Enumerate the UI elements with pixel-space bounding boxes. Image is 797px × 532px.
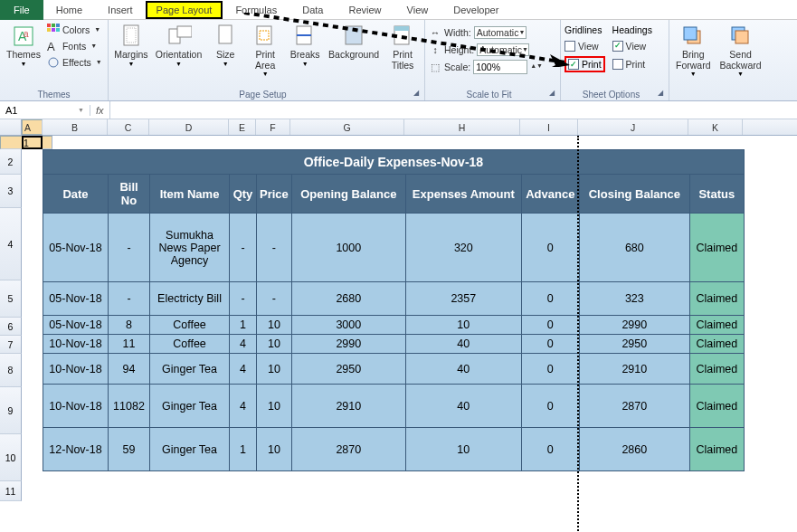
table-cell[interactable]: 2680 bbox=[291, 282, 405, 316]
table-cell[interactable]: 10-Nov-18 bbox=[43, 354, 109, 385]
row-header[interactable]: 10 bbox=[0, 434, 22, 481]
printtitles-button[interactable]: Print Titles bbox=[384, 22, 421, 72]
col-header[interactable]: H bbox=[404, 119, 520, 135]
row-header[interactable]: 7 bbox=[0, 336, 22, 354]
table-cell[interactable]: 0 bbox=[521, 385, 579, 428]
fx-icon[interactable]: fx bbox=[90, 105, 109, 116]
printarea-button[interactable]: Print Area▼ bbox=[247, 22, 283, 79]
bringforward-button[interactable]: Bring Forward▼ bbox=[673, 22, 714, 79]
table-cell[interactable]: 40 bbox=[405, 354, 521, 385]
table-cell[interactable]: 2950 bbox=[579, 335, 689, 354]
tab-view[interactable]: View bbox=[394, 1, 441, 19]
table-cell[interactable]: 2860 bbox=[579, 428, 689, 471]
table-cell[interactable]: - bbox=[109, 214, 150, 282]
select-all-corner[interactable] bbox=[0, 119, 22, 135]
formula-input[interactable] bbox=[109, 101, 797, 119]
table-cell[interactable]: 1000 bbox=[291, 214, 405, 282]
table-cell[interactable]: 2990 bbox=[291, 335, 405, 354]
col-header[interactable]: E bbox=[229, 119, 256, 135]
scalefit-launcher[interactable]: ◢ bbox=[549, 89, 556, 100]
scale-input[interactable] bbox=[473, 60, 527, 74]
row-header[interactable]: 9 bbox=[0, 387, 22, 434]
col-header[interactable]: B bbox=[43, 119, 108, 135]
table-cell[interactable]: - bbox=[109, 282, 150, 316]
row-header[interactable]: 2 bbox=[0, 149, 22, 175]
table-cell[interactable]: Claimed bbox=[689, 335, 744, 354]
table-cell[interactable]: 0 bbox=[521, 354, 579, 385]
table-cell[interactable]: 40 bbox=[405, 385, 521, 428]
size-button[interactable]: Size▼ bbox=[207, 22, 243, 69]
row-header[interactable]: 5 bbox=[0, 280, 22, 318]
row-header[interactable]: 8 bbox=[0, 354, 22, 387]
col-header[interactable]: D bbox=[149, 119, 229, 135]
table-cell[interactable]: 2910 bbox=[579, 354, 689, 385]
table-cell[interactable]: 10 bbox=[405, 316, 521, 335]
table-cell[interactable]: 680 bbox=[579, 214, 689, 282]
table-cell[interactable]: Electricty Bill bbox=[150, 282, 230, 316]
table-cell[interactable]: - bbox=[230, 214, 257, 282]
width-select[interactable]: Automatic▼ bbox=[474, 26, 527, 39]
table-cell[interactable]: 40 bbox=[405, 335, 521, 354]
table-cell[interactable]: - bbox=[230, 282, 257, 316]
tab-page-layout[interactable]: Page Layout bbox=[146, 1, 223, 19]
table-cell[interactable]: Claimed bbox=[689, 354, 744, 385]
table-cell[interactable]: Claimed bbox=[689, 282, 744, 316]
effects-button[interactable]: Effects▼ bbox=[47, 54, 102, 70]
tab-insert[interactable]: Insert bbox=[95, 1, 146, 19]
row-header[interactable]: 11 bbox=[0, 481, 22, 501]
headings-view-check[interactable]: View bbox=[612, 38, 652, 53]
table-cell[interactable]: Coffee bbox=[150, 335, 230, 354]
table-cell[interactable]: 11 bbox=[109, 335, 150, 354]
table-cell[interactable]: Ginger Tea bbox=[150, 428, 230, 471]
gridlines-print-check[interactable] bbox=[568, 59, 579, 70]
tab-data[interactable]: Data bbox=[289, 1, 336, 19]
orientation-button[interactable]: Orientation▼ bbox=[154, 22, 204, 69]
row-header[interactable]: 6 bbox=[0, 318, 22, 336]
table-cell[interactable]: - bbox=[257, 282, 292, 316]
table-cell[interactable]: 4 bbox=[230, 335, 257, 354]
tab-formulas[interactable]: Formulas bbox=[223, 1, 289, 19]
table-cell[interactable]: Claimed bbox=[689, 316, 744, 335]
fonts-button[interactable]: AFonts▼ bbox=[47, 38, 102, 53]
table-cell[interactable]: 05-Nov-18 bbox=[43, 316, 109, 335]
table-cell[interactable]: 12-Nov-18 bbox=[43, 428, 109, 471]
table-cell[interactable]: 10-Nov-18 bbox=[43, 335, 109, 354]
pagesetup-launcher[interactable]: ◢ bbox=[413, 89, 421, 100]
name-box[interactable]: A1▼ bbox=[0, 105, 90, 116]
col-header[interactable]: I bbox=[520, 119, 578, 135]
colors-button[interactable]: Colors▼ bbox=[47, 22, 102, 37]
table-cell[interactable]: Claimed bbox=[689, 428, 744, 471]
col-header[interactable]: J bbox=[578, 119, 688, 135]
table-cell[interactable]: 323 bbox=[579, 282, 689, 316]
table-cell[interactable]: 2870 bbox=[579, 385, 689, 428]
table-cell[interactable]: 3000 bbox=[291, 316, 405, 335]
table-cell[interactable]: - bbox=[257, 214, 292, 282]
table-cell[interactable]: 2950 bbox=[291, 354, 405, 385]
themes-button[interactable]: Aa Themes ▼ bbox=[4, 22, 43, 69]
table-cell[interactable]: 8 bbox=[109, 316, 150, 335]
table-cell[interactable]: 10 bbox=[257, 316, 292, 335]
table-cell[interactable]: 0 bbox=[521, 428, 579, 471]
table-cell[interactable]: 10 bbox=[257, 354, 292, 385]
table-cell[interactable]: 05-Nov-18 bbox=[43, 214, 109, 282]
table-cell[interactable]: 0 bbox=[521, 214, 579, 282]
col-header[interactable]: K bbox=[688, 119, 743, 135]
margins-button[interactable]: Margins▼ bbox=[112, 22, 150, 69]
table-cell[interactable]: Ginger Tea bbox=[150, 385, 230, 428]
table-cell[interactable]: 10 bbox=[257, 385, 292, 428]
table-cell[interactable]: Coffee bbox=[150, 316, 230, 335]
row-header[interactable]: 4 bbox=[0, 208, 22, 280]
table-cell[interactable]: 0 bbox=[521, 282, 579, 316]
table-cell[interactable]: 320 bbox=[405, 214, 521, 282]
sheetopt-launcher[interactable]: ◢ bbox=[658, 89, 665, 100]
table-cell[interactable]: 94 bbox=[109, 354, 150, 385]
table-cell[interactable]: 4 bbox=[230, 385, 257, 428]
table-cell[interactable]: Claimed bbox=[689, 385, 744, 428]
file-tab[interactable]: File bbox=[0, 0, 43, 20]
breaks-button[interactable]: Breaks▼ bbox=[287, 22, 323, 69]
table-cell[interactable]: 2357 bbox=[405, 282, 521, 316]
table-cell[interactable]: 0 bbox=[521, 335, 579, 354]
table-cell[interactable]: 59 bbox=[109, 428, 150, 471]
table-cell[interactable]: Claimed bbox=[689, 214, 744, 282]
row-header[interactable]: 3 bbox=[0, 175, 22, 208]
